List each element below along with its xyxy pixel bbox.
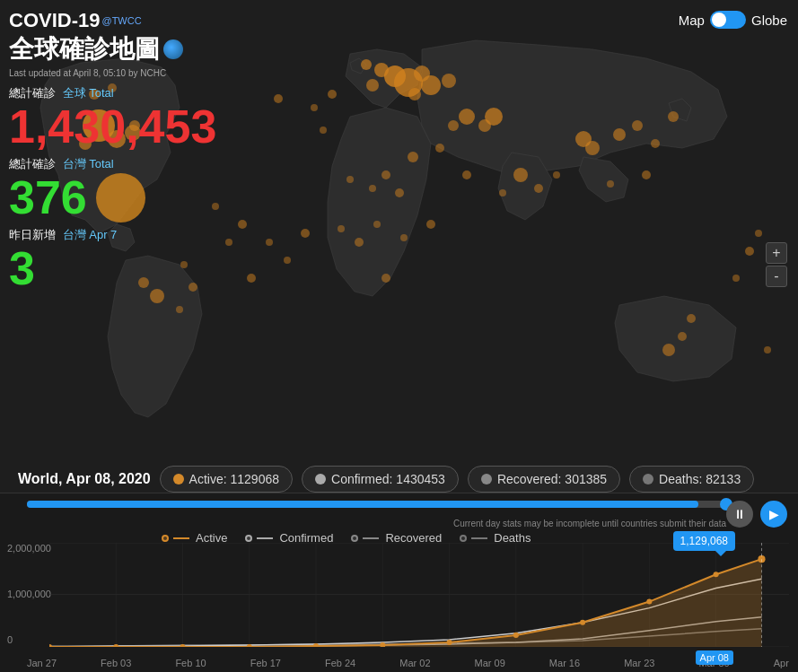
svg-point-89	[447, 640, 452, 645]
svg-point-51	[435, 144, 444, 153]
svg-point-65	[355, 238, 364, 247]
svg-point-53	[732, 275, 740, 282]
yesterday-label: 昨日新增 台灣 Apr 7	[9, 227, 216, 243]
x-label-feb24: Feb 24	[325, 658, 355, 668]
map-label: Map	[679, 13, 705, 28]
svg-point-38	[311, 104, 318, 111]
legend-recovered-dot	[351, 535, 358, 542]
svg-point-59	[225, 239, 232, 246]
svg-point-66	[373, 221, 381, 228]
zoom-controls: + -	[766, 242, 787, 287]
svg-point-60	[247, 274, 256, 283]
legend-confirmed-label: Confirmed	[279, 531, 333, 545]
svg-point-43	[553, 171, 560, 179]
legend-confirmed-dot	[245, 535, 252, 542]
svg-point-94	[113, 644, 118, 647]
svg-point-27	[381, 170, 390, 179]
svg-point-68	[426, 220, 435, 229]
svg-point-29	[395, 188, 404, 197]
svg-point-13	[613, 128, 626, 141]
svg-point-19	[485, 108, 503, 126]
svg-point-95	[49, 644, 52, 647]
zoom-in-button[interactable]: +	[766, 242, 787, 264]
pause-button[interactable]: ⏸	[726, 501, 753, 528]
svg-marker-83	[49, 559, 761, 647]
play-button[interactable]: ▶	[760, 501, 787, 528]
svg-point-54	[745, 247, 754, 256]
taiwan-count: 376	[9, 172, 216, 223]
legend-confirmed: Confirmed	[245, 531, 333, 545]
svg-point-8	[442, 74, 456, 88]
legend-recovered: Recovered	[351, 531, 442, 545]
covid-title: COVID-19	[9, 9, 100, 32]
taiwan-bubble	[96, 173, 145, 223]
confirmed-pill: Confirmed: 1430453	[302, 466, 459, 493]
y-axis: 2,000,000 1,000,000 0	[7, 543, 51, 645]
svg-point-3	[374, 63, 389, 77]
last-updated-text: Last updated at April 8, 05:10 by NCHC	[9, 68, 216, 78]
svg-point-28	[369, 185, 376, 192]
x-label-mar16: Mar 16	[549, 658, 580, 668]
svg-point-31	[662, 344, 675, 356]
confirmed-dot	[315, 474, 326, 484]
active-label: Active: 1129068	[189, 472, 279, 486]
svg-point-87	[580, 620, 585, 625]
chinese-title: 全球確診地圖	[9, 32, 216, 66]
svg-point-58	[238, 220, 247, 229]
svg-point-18	[575, 131, 592, 147]
timeline-bar[interactable]	[27, 501, 726, 508]
svg-point-42	[534, 184, 543, 193]
x-label-apr: Apr	[774, 658, 789, 668]
svg-point-50	[408, 152, 418, 162]
world-date: World, Apr 08, 2020	[18, 471, 151, 487]
legend-deaths: Deaths	[460, 531, 531, 545]
svg-point-56	[764, 346, 771, 353]
svg-point-10	[459, 109, 475, 125]
svg-point-14	[632, 120, 643, 131]
confirmed-label: Confirmed: 1430453	[331, 472, 445, 486]
svg-point-67	[400, 234, 408, 241]
chart-area: ⏸ ▶ Current day stats may be incomplete …	[0, 493, 798, 672]
deaths-label: Deaths: 82133	[659, 472, 741, 486]
x-label-mar09: Mar 09	[475, 658, 505, 668]
yesterday-count: 3	[9, 243, 216, 294]
map-globe-toggle[interactable]: Map Globe	[679, 11, 787, 29]
line-chart	[49, 543, 789, 647]
x-label-feb10: Feb 10	[175, 658, 206, 668]
svg-point-41	[462, 170, 471, 179]
x-label-feb03: Feb 03	[101, 658, 131, 668]
svg-point-9	[408, 88, 421, 100]
global-count: 1,430,453	[9, 101, 216, 153]
svg-point-6	[421, 75, 441, 95]
legend-deaths-dot	[460, 535, 467, 542]
svg-point-5	[366, 79, 379, 92]
svg-point-45	[642, 170, 651, 179]
twcc-badge: @TWCC	[101, 15, 141, 26]
map-globe-switch[interactable]	[710, 11, 746, 29]
svg-point-46	[607, 180, 614, 188]
zoom-out-button[interactable]: -	[766, 266, 787, 287]
chart-note: Current day stats may be incomplete unti…	[453, 519, 726, 528]
legend-confirmed-line	[257, 537, 273, 539]
legend-active: Active	[162, 531, 227, 545]
deaths-pill: Deaths: 82133	[629, 466, 754, 493]
y-label-2m: 2,000,000	[7, 543, 51, 554]
svg-point-12	[448, 120, 459, 131]
svg-point-61	[284, 257, 291, 264]
toggle-knob	[712, 13, 726, 27]
legend-active-label: Active	[196, 531, 227, 545]
svg-point-63	[301, 229, 310, 238]
y-label-0: 0	[7, 634, 51, 645]
x-label-mar02: Mar 02	[399, 658, 430, 668]
legend-recovered-label: Recovered	[385, 531, 442, 545]
legend-deaths-line	[471, 537, 487, 539]
global-total-label: 總計確診 全球 Total	[9, 85, 216, 101]
x-axis: Jan 27 Feb 03 Feb 10 Feb 17 Feb 24 Mar 0…	[27, 658, 789, 668]
active-pill: Active: 1129068	[160, 466, 293, 493]
svg-point-86	[646, 599, 652, 605]
svg-point-55	[755, 230, 762, 237]
globe-label: Globe	[751, 13, 787, 28]
x-label-mar23: Mar 23	[624, 658, 654, 668]
svg-point-52	[687, 314, 696, 323]
taiwan-total-label: 總計確診 台灣 Total	[9, 156, 216, 172]
